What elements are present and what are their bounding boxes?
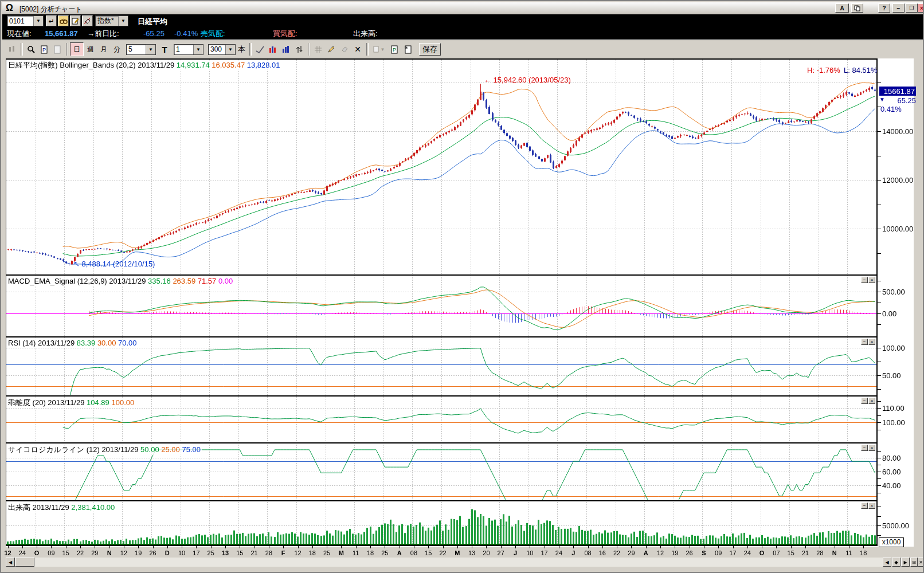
help-button[interactable]: ? xyxy=(878,3,890,13)
symbol-bar: 0101 ▼ ↵ 指数* ▼ 日経平均 xyxy=(2,14,924,28)
x-axis-label: 15 xyxy=(784,550,798,556)
scroll-left-button[interactable]: ◀ xyxy=(6,558,15,567)
page-add-icon: P xyxy=(41,45,48,54)
compare-chart-button[interactable] xyxy=(6,43,18,56)
edit-memo-button[interactable] xyxy=(70,15,81,26)
grid-icon xyxy=(314,45,322,53)
x-axis-label: D xyxy=(160,550,174,556)
period-weekly-button[interactable]: 週 xyxy=(84,43,97,56)
layout-template-button[interactable]: ▼ xyxy=(370,43,387,56)
load-page-button[interactable] xyxy=(401,43,414,56)
compare-chart-icon xyxy=(8,45,16,53)
red-blue-bars-icon xyxy=(269,45,277,53)
search-button[interactable] xyxy=(58,15,69,26)
draw-pencil-button[interactable] xyxy=(325,43,338,56)
panel-close-button[interactable]: × xyxy=(868,339,875,345)
nav-center-button[interactable]: ◆ xyxy=(892,558,900,567)
layout-grid-button[interactable]: ⊞ xyxy=(910,558,918,567)
panel-minimize-button[interactable]: − xyxy=(861,277,868,283)
panel-close-button[interactable]: × xyxy=(868,398,875,404)
y-axis-label: 80.00 xyxy=(882,454,901,462)
tick-interval-select[interactable]: 1 ▼ xyxy=(174,44,203,55)
period-minute-button[interactable]: 分 xyxy=(111,43,123,56)
indicator-value: 83.39 xyxy=(77,339,97,347)
x-axis-label: 24 xyxy=(552,550,566,556)
bar-style-button[interactable] xyxy=(280,43,292,56)
chevron-down-icon[interactable]: ▼ xyxy=(225,45,235,54)
indicator-title: 日経平均(指数) Bollinger_Bands (20,2) 2013/11/… xyxy=(8,61,177,69)
period-monthly-button[interactable]: 月 xyxy=(97,43,110,56)
x-axis-label: A xyxy=(393,550,406,556)
y-axis-label: 40.00 xyxy=(882,481,901,490)
panel-close-button[interactable]: × xyxy=(868,503,875,509)
high-pct-label: H: -1.76% xyxy=(807,66,840,74)
add-page-button[interactable]: P xyxy=(38,43,50,56)
symbol-code-input[interactable]: 0101 ▼ xyxy=(7,15,44,26)
x-axis-label: M xyxy=(451,550,464,556)
scale-toggle-button[interactable] xyxy=(293,43,306,56)
chevron-down-icon[interactable]: ▼ xyxy=(118,16,128,26)
panel-minimize-button[interactable]: − xyxy=(861,339,868,345)
page-icon: P xyxy=(391,45,398,54)
indicator-value: 335.16 xyxy=(148,277,173,285)
clear-button[interactable] xyxy=(82,15,93,26)
restore-button[interactable]: ❐ xyxy=(906,3,918,13)
nav-prev-button[interactable]: ◀ xyxy=(883,558,891,567)
tick-button[interactable]: T xyxy=(158,43,171,56)
minimize-button[interactable]: − xyxy=(892,3,905,13)
x-axis-label: A xyxy=(639,550,653,556)
minute-interval-select[interactable]: 5 ▼ xyxy=(126,44,156,55)
low-annotation: ↖ 8,488.14 (2012/10/15) xyxy=(73,260,155,268)
x-axis-label: 25 xyxy=(204,550,218,556)
x-axis-label: 24 xyxy=(741,550,754,556)
x-axis-label: 15 xyxy=(233,550,246,556)
panel-header-volume: 出来高 2013/11/29 2,381,410.00 xyxy=(7,503,116,513)
x-axis-label: 10 xyxy=(175,550,189,556)
scrollbar-thumb[interactable] xyxy=(15,558,34,567)
title-bar: Ω [5002] 分析チャート A ? − ❐ × xyxy=(2,2,924,14)
x-axis-label: 13 xyxy=(218,550,232,556)
remove-page-button[interactable] xyxy=(51,43,64,56)
chevron-down-icon[interactable]: ▼ xyxy=(193,45,203,54)
x-axis-label: 25 xyxy=(320,550,334,556)
chevron-down-icon[interactable]: ▼ xyxy=(33,16,43,26)
zoom-button[interactable] xyxy=(25,43,37,56)
bar-count-select[interactable]: 300 ▼ xyxy=(208,44,236,55)
enter-button[interactable]: ↵ xyxy=(46,15,57,26)
change-label: →前日比: xyxy=(87,29,119,39)
draw-trendline-button[interactable] xyxy=(253,43,266,56)
save-page-button[interactable]: P xyxy=(388,43,401,56)
panel-close-button[interactable]: × xyxy=(868,445,875,451)
horizontal-scrollbar[interactable]: ◀ xyxy=(6,558,914,567)
nav-next-button[interactable]: ▶ xyxy=(901,558,910,567)
toolbar-separator xyxy=(66,43,68,56)
panel-minimize-button[interactable]: − xyxy=(861,398,868,404)
period-daily-button[interactable]: 日 xyxy=(70,42,84,56)
chart-canvas[interactable] xyxy=(1,1,924,573)
main-chart-header: 日経平均(指数) Bollinger_Bands (20,2) 2013/11/… xyxy=(7,60,281,70)
x-axis-label: 21 xyxy=(248,550,261,556)
candle-style-button[interactable] xyxy=(267,43,279,56)
y-axis-label: 14000.00 xyxy=(882,127,913,136)
panel-minimize-button[interactable]: − xyxy=(861,445,868,451)
bid-label: 買気配: xyxy=(273,29,297,39)
indicator-value: 71.57 xyxy=(198,277,218,285)
erase-drawing-button[interactable] xyxy=(338,43,351,56)
ask-label: 売気配: xyxy=(201,29,225,39)
panel-close-button[interactable]: × xyxy=(868,277,875,283)
left-arrow-icon: ◀ xyxy=(885,560,888,565)
change-pct-tag: 0.41% xyxy=(880,105,902,113)
save-button[interactable]: 保存 xyxy=(419,43,441,56)
chevron-down-icon[interactable]: ▼ xyxy=(146,45,155,54)
grid-settings-button[interactable] xyxy=(312,43,324,56)
close-button[interactable]: × xyxy=(918,3,924,13)
x-axis-label: 09 xyxy=(711,550,725,556)
delete-all-button[interactable]: ✕ xyxy=(351,43,364,56)
x-axis-label: 07 xyxy=(769,550,783,556)
copy-window-button[interactable] xyxy=(851,3,863,13)
panel-close-all-button[interactable]: ✕ xyxy=(918,558,924,567)
current-price: 15,661.87 xyxy=(45,29,78,38)
font-button[interactable]: A xyxy=(835,3,849,13)
category-select[interactable]: 指数* ▼ xyxy=(95,15,128,26)
panel-minimize-button[interactable]: − xyxy=(861,503,868,509)
